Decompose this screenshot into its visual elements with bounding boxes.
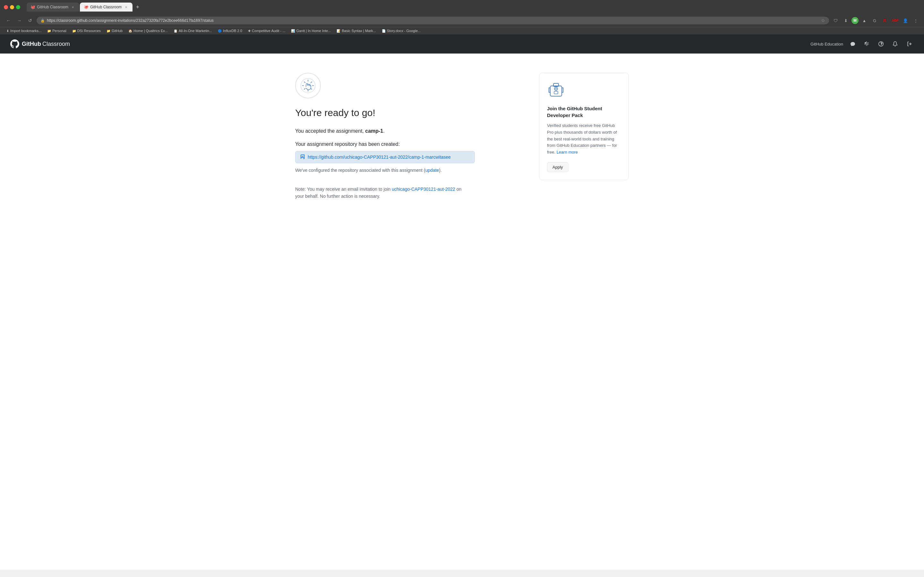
- import-icon: ⬇: [6, 29, 9, 33]
- download-button[interactable]: ⬇: [841, 16, 850, 25]
- bookmark-qualtrics-label: Home | Qualtrics Ex...: [134, 29, 168, 33]
- back-button[interactable]: ←: [4, 16, 13, 25]
- gh-logo-classroom-text: Classroom: [42, 41, 70, 47]
- bookmark-qualtrics[interactable]: 🏠 Home | Qualtrics Ex...: [126, 28, 170, 33]
- tab-1-close-button[interactable]: ✕: [70, 5, 75, 10]
- promo-title: Join the GitHub Student Developer Pack: [547, 105, 621, 119]
- abp-button[interactable]: ABP: [891, 16, 900, 25]
- success-icon-circle: [295, 73, 321, 98]
- browser-tab-1[interactable]: 🐙 GitHub Classroom ✕: [27, 3, 79, 11]
- qualtrics-icon: 🏠: [128, 29, 132, 33]
- gh-nav: GitHub Education: [811, 39, 914, 48]
- influxdb-icon: 🔵: [218, 29, 222, 33]
- celebration-hands-icon: [300, 78, 316, 93]
- learn-more-link[interactable]: Learn more: [557, 150, 578, 155]
- settings-icon[interactable]: [863, 39, 871, 48]
- bookmark-dsi[interactable]: 📁 DSi Resources: [69, 28, 103, 33]
- note-text: Note: You may receive an email invitatio…: [295, 185, 468, 200]
- profile-m-button[interactable]: M: [851, 17, 859, 24]
- chat-icon[interactable]: [848, 39, 857, 48]
- folder-icon-dsi: 📁: [72, 29, 76, 33]
- folder-icon-personal: 📁: [47, 29, 51, 33]
- translate-button[interactable]: G: [870, 16, 879, 25]
- svg-line-8: [311, 82, 312, 83]
- promo-icon-area: [547, 81, 621, 100]
- bookmark-gantt[interactable]: 📊 Gantt | In Home Inte...: [288, 28, 333, 33]
- toolbar-icons: 🛡 ⬇ M ▲ G R ABP 👤 ⋮: [831, 16, 920, 25]
- page-content: GitHub Classroom GitHub Education: [0, 34, 924, 570]
- bookmark-marketing[interactable]: 📋 All-In-One Marketin...: [171, 28, 215, 33]
- address-text: https://classroom.github.com/assignment-…: [47, 18, 819, 23]
- marketing-icon: 📋: [174, 29, 178, 33]
- bookmark-competitive-audit[interactable]: ✚ Competitive Audit - ...: [246, 28, 288, 33]
- configured-text-pre: We've configured the repository associat…: [295, 168, 425, 173]
- window-controls: [4, 5, 20, 9]
- assignment-text: You accepted the assignment, camp-1.: [295, 127, 520, 135]
- gh-classroom-header: GitHub Classroom GitHub Education: [0, 34, 924, 53]
- student-developer-pack-icon: [547, 81, 565, 99]
- svg-line-5: [304, 82, 305, 83]
- address-bar[interactable]: 🔒 https://classroom.github.com/assignmen…: [37, 17, 829, 24]
- promo-card: Join the GitHub Student Developer Pack V…: [539, 73, 629, 180]
- configured-text-post: ).: [439, 168, 442, 173]
- minimize-window-button[interactable]: [10, 5, 14, 9]
- browser-tab-2[interactable]: 🐙 GitHub Classroom ✕: [80, 3, 132, 11]
- new-tab-button[interactable]: +: [133, 3, 142, 11]
- apply-button[interactable]: Apply: [547, 162, 569, 172]
- assignment-name: camp-1: [365, 128, 383, 134]
- gh-education-link[interactable]: GitHub Education: [811, 42, 843, 47]
- bookmark-dsi-label: DSi Resources: [78, 29, 101, 33]
- basic-syntax-icon: 📝: [336, 29, 341, 33]
- notifications-icon[interactable]: [891, 39, 900, 48]
- gh-logo[interactable]: GitHub Classroom: [10, 39, 70, 48]
- bookmark-basic-syntax-label: Basic Syntax | Mark...: [342, 29, 376, 33]
- extensions-button[interactable]: 🛡: [831, 16, 840, 25]
- bookmark-story[interactable]: 📄 Story.docx - Google...: [379, 28, 423, 33]
- title-bar: 🐙 GitHub Classroom ✕ 🐙 GitHub Classroom …: [0, 0, 924, 14]
- gantt-icon: 📊: [291, 29, 295, 33]
- note-text-pre: Note: You may receive an email invitatio…: [295, 187, 392, 192]
- forward-button[interactable]: →: [15, 16, 24, 25]
- content-left: You're ready to go! You accepted the ass…: [295, 73, 520, 200]
- bookmark-influxdb[interactable]: 🔵 InfluxDB 2.0: [215, 28, 245, 33]
- svg-line-7: [304, 89, 305, 89]
- tab-1-favicon: 🐙: [31, 5, 35, 9]
- assignment-text-post: .: [383, 128, 384, 134]
- bookmark-import[interactable]: ⬇ Import bookmarks...: [4, 28, 44, 33]
- promo-desc: Verified students receive free GitHub Pr…: [547, 122, 621, 156]
- signout-icon[interactable]: [905, 39, 914, 48]
- bookmark-story-label: Story.docx - Google...: [387, 29, 421, 33]
- svg-rect-13: [554, 91, 558, 94]
- main-content-area: You're ready to go! You accepted the ass…: [270, 53, 654, 219]
- close-window-button[interactable]: [4, 5, 8, 9]
- update-link[interactable]: update: [425, 168, 439, 173]
- browser-chrome: 🐙 GitHub Classroom ✕ 🐙 GitHub Classroom …: [0, 0, 924, 34]
- profile-icon[interactable]: 👤: [901, 16, 910, 25]
- tab-2-close-button[interactable]: ✕: [124, 5, 129, 10]
- repo-url-link[interactable]: https://github.com/uchicago-CAPP30121-au…: [308, 155, 451, 160]
- sync-button[interactable]: ▲: [860, 16, 869, 25]
- lastpass-button[interactable]: R: [880, 16, 889, 25]
- repo-created-text: Your assignment repository has been crea…: [295, 141, 520, 147]
- bookmark-github[interactable]: 📁 GitHub: [104, 28, 125, 33]
- bookmark-marketing-label: All-In-One Marketin...: [179, 29, 212, 33]
- bookmark-basic-syntax[interactable]: 📝 Basic Syntax | Mark...: [334, 28, 378, 33]
- bookmark-star-icon[interactable]: ☆: [821, 18, 825, 23]
- reload-button[interactable]: ↺: [26, 16, 35, 25]
- tab-2-title: GitHub Classroom: [90, 5, 121, 9]
- maximize-window-button[interactable]: [16, 5, 20, 9]
- menu-button[interactable]: ⋮: [911, 16, 920, 25]
- bookmark-competitive-audit-label: Competitive Audit - ...: [252, 29, 286, 33]
- bookmark-personal-label: Personal: [52, 29, 66, 33]
- bookmark-import-label: Import bookmarks...: [10, 29, 41, 33]
- bookmark-personal[interactable]: 📁 Personal: [45, 28, 69, 33]
- configured-text: We've configured the repository associat…: [295, 168, 520, 173]
- bookmarks-bar: ⬇ Import bookmarks... 📁 Personal 📁 DSi R…: [0, 27, 924, 34]
- gh-logo-github-text: GitHub: [22, 41, 41, 47]
- help-icon[interactable]: [877, 39, 885, 48]
- repo-icon: [300, 155, 305, 160]
- repo-link-box: https://github.com/uchicago-CAPP30121-au…: [295, 151, 475, 163]
- bookmark-gantt-label: Gantt | In Home Inte...: [296, 29, 331, 33]
- competitive-audit-icon: ✚: [248, 29, 250, 33]
- note-org-link[interactable]: uchicago-CAPP30121-aut-2022: [392, 187, 455, 192]
